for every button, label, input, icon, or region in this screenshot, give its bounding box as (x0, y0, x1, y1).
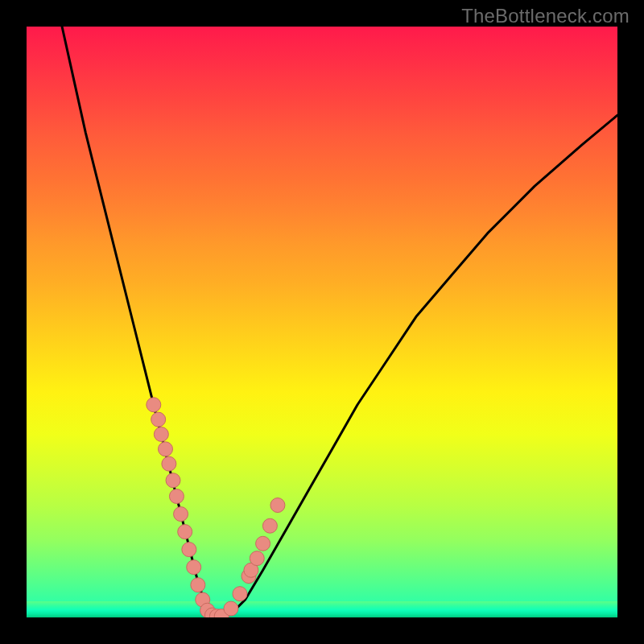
curve-marker (151, 412, 166, 427)
curve-marker (166, 473, 180, 488)
chart-frame: TheBottleneck.com (0, 0, 644, 644)
curve-marker (262, 518, 277, 533)
curve-marker (233, 587, 247, 601)
curve-marker (162, 456, 176, 471)
curve-marker (182, 543, 196, 557)
curve-marker (270, 498, 285, 513)
curve-marker (147, 398, 161, 412)
curve-markers (147, 398, 285, 617)
plot-area (27, 27, 617, 617)
chart-overlay (27, 27, 617, 617)
curve-marker (174, 507, 188, 522)
watermark-text: TheBottleneck.com (461, 5, 630, 27)
curve-marker (224, 601, 238, 616)
curve-marker (191, 578, 205, 592)
curve-line (62, 27, 617, 617)
curve-marker (158, 442, 172, 456)
curve-marker (178, 525, 192, 539)
curve-marker (250, 551, 264, 566)
curve-marker (256, 536, 270, 551)
curve-marker (187, 560, 201, 575)
curve-marker (169, 489, 184, 504)
curve-marker (154, 427, 168, 441)
